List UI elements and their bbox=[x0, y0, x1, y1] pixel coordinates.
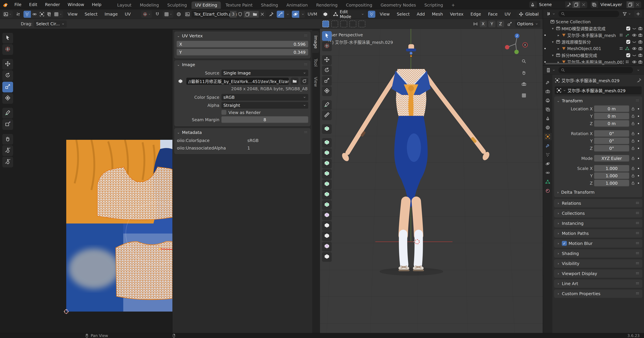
drag-grip-icon[interactable] bbox=[635, 210, 640, 215]
blender-logo-icon[interactable] bbox=[2, 1, 9, 8]
vp-menu-uv[interactable]: UV bbox=[502, 11, 513, 17]
modifier-icon[interactable] bbox=[619, 33, 624, 37]
transform-panel-header[interactable]: ⌄Transform bbox=[554, 96, 642, 105]
outliner-filter-dropdown[interactable] bbox=[621, 10, 632, 17]
cursor-tool[interactable] bbox=[2, 44, 13, 55]
outliner-scene-collection[interactable]: Scene Collection bbox=[543, 18, 644, 25]
shrink-fatten-tool[interactable] bbox=[322, 231, 332, 241]
eye-icon[interactable] bbox=[632, 33, 636, 37]
scene-name[interactable]: Scene bbox=[537, 1, 565, 8]
annotate-tool[interactable] bbox=[322, 100, 332, 110]
uv-image-users-button[interactable]: 3 bbox=[230, 11, 236, 17]
image-panel-header[interactable]: ⌄Image bbox=[174, 60, 310, 69]
camera-icon[interactable] bbox=[638, 53, 643, 58]
uv-snap-target-dropdown[interactable] bbox=[163, 11, 174, 18]
drag-grip-icon[interactable] bbox=[635, 230, 640, 236]
lock-icon[interactable] bbox=[630, 107, 635, 111]
lock-icon[interactable] bbox=[630, 146, 635, 151]
motion-blur-checkbox[interactable]: ✓ bbox=[562, 241, 567, 246]
uv-falloff-dropdown[interactable] bbox=[277, 11, 284, 18]
select-mode-subtract-button[interactable] bbox=[340, 20, 347, 27]
panel-line-art[interactable]: › Line Art bbox=[554, 279, 642, 288]
viewport-canvas[interactable]: User Perspective (1) 艾尔莎-水手服泳装_mesh.029 bbox=[320, 29, 543, 333]
menu-window[interactable]: Window bbox=[64, 1, 88, 8]
scene-browse-button[interactable] bbox=[529, 1, 537, 8]
workspace-texture-paint[interactable]: Texture Paint bbox=[222, 1, 256, 9]
drag-grip-icon[interactable] bbox=[303, 62, 308, 67]
tweak-tool[interactable] bbox=[2, 33, 13, 43]
properties-search-input[interactable] bbox=[558, 67, 633, 73]
vp-menu-add[interactable]: Add bbox=[414, 11, 428, 17]
drag-grip-icon[interactable] bbox=[635, 291, 640, 296]
lock-icon[interactable] bbox=[630, 173, 635, 178]
tab-particles[interactable] bbox=[544, 151, 552, 158]
zoom-button[interactable] bbox=[520, 57, 528, 65]
uv-select-edge-button[interactable] bbox=[31, 11, 38, 18]
uv-2d-cursor[interactable] bbox=[64, 309, 69, 314]
uv-menu-select[interactable]: Select bbox=[82, 11, 100, 17]
animate-dot-icon[interactable] bbox=[636, 173, 640, 178]
mode-dropdown[interactable]: Edit Mode bbox=[331, 11, 366, 18]
eye-icon[interactable] bbox=[632, 60, 636, 64]
eyeclosed-icon[interactable] bbox=[632, 26, 636, 31]
uv-proportional-editing-toggle[interactable] bbox=[175, 11, 182, 18]
tab-physics[interactable] bbox=[544, 160, 552, 168]
menu-render[interactable]: Render bbox=[42, 1, 63, 8]
seam-margin-field[interactable]: 8 bbox=[221, 116, 308, 123]
panel-motion-paths[interactable]: › Motion Paths bbox=[554, 229, 642, 238]
uv-falloff-chevron[interactable] bbox=[284, 11, 290, 18]
animate-dot-icon[interactable] bbox=[636, 107, 640, 111]
check-icon[interactable] bbox=[626, 26, 630, 31]
panel-visibility[interactable]: › Visibility bbox=[554, 259, 642, 268]
drag-grip-icon[interactable] bbox=[635, 251, 640, 256]
snap-base-dropdown[interactable] bbox=[506, 20, 514, 27]
vp-menu-mesh[interactable]: Mesh bbox=[429, 11, 446, 17]
panel-shading[interactable]: › Shading bbox=[554, 249, 642, 258]
uv-menu-uv[interactable]: UV bbox=[122, 11, 133, 17]
armature-icon[interactable] bbox=[625, 33, 630, 37]
workspace-animation[interactable]: Animation bbox=[283, 1, 312, 9]
camera-icon[interactable] bbox=[638, 46, 643, 51]
drag-grip-icon[interactable] bbox=[303, 130, 308, 135]
menu-edit[interactable]: Edit bbox=[26, 1, 40, 8]
image-filepath-field[interactable]: //最新11月修正版_by_ElzaYork...451\tex\Tex_Elz… bbox=[186, 78, 289, 85]
transform-tool[interactable] bbox=[322, 86, 332, 96]
uv-tab-tool[interactable]: Tool bbox=[312, 54, 319, 71]
outliner-display-mode-dropdown[interactable] bbox=[545, 10, 557, 17]
animate-dot-icon[interactable] bbox=[636, 156, 640, 161]
uv-sticky-selection-dropdown[interactable] bbox=[52, 11, 63, 18]
shear-tool[interactable] bbox=[322, 242, 332, 251]
uv-pivot-dropdown[interactable] bbox=[141, 11, 152, 18]
workspace-uv-editing[interactable]: UV Editing bbox=[192, 1, 221, 9]
tab-tool[interactable] bbox=[544, 79, 552, 86]
drag-grip-icon[interactable] bbox=[635, 281, 640, 286]
viewlayer-remove-button[interactable] bbox=[634, 1, 641, 8]
lock-icon[interactable] bbox=[630, 166, 635, 171]
grab-tool[interactable] bbox=[2, 134, 13, 145]
workspace-shading[interactable]: Shading bbox=[257, 1, 282, 9]
eyeclosed-icon[interactable] bbox=[632, 53, 636, 58]
gizmo-x-negative[interactable] bbox=[505, 45, 509, 49]
uv-sync-selection-toggle[interactable] bbox=[14, 11, 22, 18]
panel-relations[interactable]: › Relations bbox=[554, 199, 642, 207]
move-tool[interactable] bbox=[2, 59, 13, 70]
uv-select-face-button[interactable] bbox=[38, 11, 46, 18]
measure-tool[interactable] bbox=[322, 111, 332, 120]
cursor-tool[interactable] bbox=[322, 41, 332, 51]
tab-constraints[interactable] bbox=[544, 169, 552, 176]
uv-image-pin-toggle[interactable] bbox=[268, 11, 275, 18]
delta-transform-row[interactable]: ›Delta Transform bbox=[554, 189, 642, 195]
bevel-tool[interactable] bbox=[322, 159, 332, 169]
vertex-mode-button[interactable] bbox=[368, 11, 375, 18]
extrude-region-tool[interactable] bbox=[322, 138, 332, 148]
poly-build-tool[interactable] bbox=[322, 190, 332, 199]
colorspace-dropdown[interactable]: sRGB bbox=[221, 94, 308, 101]
menu-file[interactable]: File bbox=[11, 1, 25, 8]
lock-icon[interactable] bbox=[630, 131, 635, 136]
viewlayer-name[interactable]: ViewLayer bbox=[598, 1, 626, 8]
camera-icon[interactable] bbox=[638, 33, 643, 37]
tab-material[interactable] bbox=[544, 187, 552, 194]
transform-tool[interactable] bbox=[2, 93, 13, 104]
uv-vertex-panel-header[interactable]: ⌄UV Vertex bbox=[174, 31, 310, 40]
viewport-scene[interactable] bbox=[320, 29, 543, 333]
